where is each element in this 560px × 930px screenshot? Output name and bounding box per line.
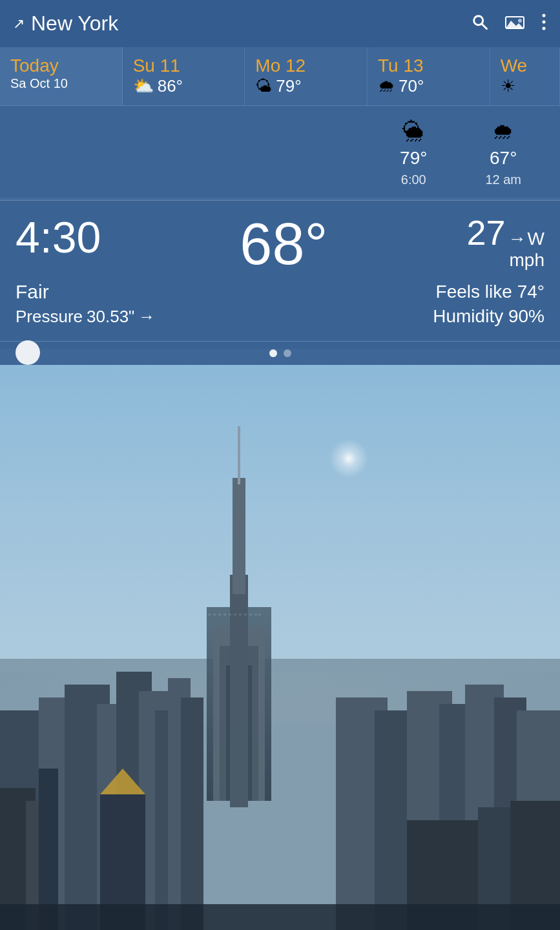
svg-rect-36 — [0, 904, 560, 930]
svg-rect-46 — [254, 614, 257, 615]
current-right-info: Feels like 74° Humidity 90% — [433, 282, 544, 327]
current-wind-speed: 27 — [466, 215, 505, 250]
top-section: ↗ New York — [0, 0, 560, 365]
skyline-svg — [0, 349, 560, 930]
current-time: 4:30 — [16, 215, 101, 259]
forecast-day-3[interactable]: Tu 13 🌧 70° — [368, 47, 490, 105]
forecast-day-4-label: We — [501, 56, 528, 76]
svg-point-52 — [518, 19, 522, 23]
forecast-day-3-label: Tu 13 — [378, 56, 424, 76]
hourly-time-2: 12 am — [485, 172, 521, 187]
forecast-strip: Today Sa Oct 10 Su 11 ⛅ 86° Mo 12 🌤 79° … — [0, 47, 560, 106]
current-top-row: 4:30 68° 27 → W mph — [16, 215, 544, 273]
forecast-day-3-weather: 🌧 70° — [378, 76, 424, 96]
forecast-day-1-weather: ⛅ 86° — [133, 76, 183, 96]
wind-arrow-icon: → — [508, 229, 526, 249]
forecast-day-3-temp: 70° — [399, 76, 424, 96]
feels-like-value: 74° — [517, 282, 544, 302]
current-condition: Fair — [16, 281, 155, 303]
forecast-day-4-icon: ☀ — [501, 76, 515, 96]
more-icon[interactable] — [541, 13, 547, 35]
svg-point-55 — [543, 26, 546, 30]
pagination-dot-2[interactable] — [284, 349, 291, 357]
current-temperature: 68° — [240, 215, 327, 273]
pressure-label: Pressure — [16, 307, 83, 327]
hourly-item-2[interactable]: 🌧 67° 12 am — [485, 119, 521, 187]
forecast-day-1[interactable]: Su 11 ⛅ 86° — [123, 47, 245, 105]
svg-point-54 — [543, 20, 546, 23]
forecast-today[interactable]: Today Sa Oct 10 — [0, 47, 123, 105]
forecast-day-3-icon: 🌧 — [378, 76, 395, 96]
svg-line-49 — [482, 23, 487, 28]
svg-point-1 — [271, 426, 400, 555]
svg-rect-39 — [218, 614, 221, 615]
forecast-day-1-label: Su 11 — [133, 56, 180, 76]
current-pressure: Pressure 30.53" → — [16, 307, 155, 327]
hourly-icon-2: 🌧 — [492, 119, 514, 144]
pressure-trend-icon: → — [138, 307, 155, 327]
svg-rect-44 — [244, 614, 247, 615]
feels-like-label: Feels like — [436, 282, 512, 302]
current-wind-unit: mph — [466, 250, 544, 271]
svg-rect-9 — [230, 575, 248, 807]
svg-rect-10 — [233, 478, 245, 594]
city-name: New York — [31, 12, 471, 36]
pagination-dot-1[interactable] — [269, 349, 277, 357]
svg-point-53 — [543, 14, 546, 17]
hourly-strip: 🌦 79° 6:00 🌧 67° 12 am — [0, 106, 560, 198]
forecast-day-2-weather: 🌤 79° — [255, 76, 301, 96]
forecast-day-2-icon: 🌤 — [255, 76, 272, 96]
forecast-day-1-icon: ⛅ — [133, 76, 154, 96]
forecast-today-label: Today — [10, 56, 59, 76]
pagination-dots — [0, 342, 560, 365]
hourly-temp-2: 67° — [490, 148, 517, 169]
current-feels-like: Feels like 74° — [433, 282, 544, 302]
current-wind-block: 27 → W mph — [466, 215, 544, 271]
svg-rect-38 — [213, 614, 216, 615]
forecast-today-date: Sa Oct 10 — [10, 76, 68, 91]
header-icons — [471, 13, 547, 35]
location-icon: ↗ — [13, 16, 25, 32]
svg-rect-43 — [239, 614, 242, 615]
current-bottom-row: Fair Pressure 30.53" → Feels like 74° Hu… — [16, 281, 544, 327]
current-humidity: Humidity 90% — [433, 306, 544, 327]
search-icon[interactable] — [471, 13, 489, 35]
current-left-info: Fair Pressure 30.53" → — [16, 281, 155, 327]
forecast-day-4[interactable]: We ☀ — [490, 47, 560, 105]
humidity-label: Humidity — [433, 306, 503, 326]
svg-rect-20 — [181, 698, 203, 930]
forecast-day-1-temp: 86° — [158, 76, 183, 96]
svg-rect-37 — [208, 614, 211, 615]
humidity-value: 90% — [508, 306, 544, 326]
svg-rect-47 — [258, 614, 261, 615]
svg-rect-42 — [234, 614, 236, 615]
forecast-day-4-weather: ☀ — [501, 76, 515, 96]
svg-rect-40 — [223, 614, 226, 615]
header: ↗ New York — [0, 0, 560, 47]
current-conditions-card: 4:30 68° 27 → W mph Fair Pressure 30.53"… — [0, 200, 560, 342]
svg-rect-45 — [249, 614, 252, 615]
current-wind-direction: W — [528, 229, 544, 249]
svg-rect-11 — [238, 426, 240, 484]
svg-rect-41 — [229, 614, 231, 615]
hourly-temp-1: 79° — [400, 148, 427, 169]
forecast-day-2-temp: 79° — [276, 76, 301, 96]
moon-indicator — [16, 340, 40, 365]
hourly-time-1: 6:00 — [401, 172, 426, 187]
forecast-day-2-label: Mo 12 — [255, 56, 306, 76]
pressure-value: 30.53" — [87, 307, 134, 327]
photo-icon[interactable] — [504, 13, 525, 35]
hourly-icon-1: 🌦 — [402, 119, 424, 144]
hourly-item-1[interactable]: 🌦 79° 6:00 — [400, 119, 427, 187]
forecast-day-2[interactable]: Mo 12 🌤 79° — [245, 47, 368, 105]
